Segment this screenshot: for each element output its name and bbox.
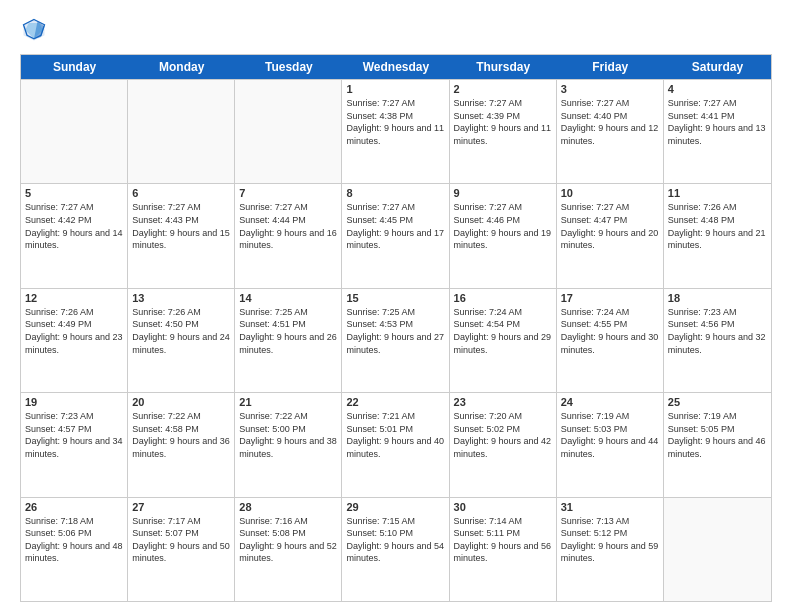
calendar-body: 1Sunrise: 7:27 AMSunset: 4:38 PMDaylight…: [21, 79, 771, 601]
calendar-cell: 7Sunrise: 7:27 AMSunset: 4:44 PMDaylight…: [235, 184, 342, 287]
day-number: 25: [668, 396, 767, 408]
day-number: 6: [132, 187, 230, 199]
day-number: 4: [668, 83, 767, 95]
calendar-cell: 4Sunrise: 7:27 AMSunset: 4:41 PMDaylight…: [664, 80, 771, 183]
cell-details: Sunrise: 7:25 AMSunset: 4:53 PMDaylight:…: [346, 306, 444, 356]
cell-details: Sunrise: 7:20 AMSunset: 5:02 PMDaylight:…: [454, 410, 552, 460]
calendar-cell: 27Sunrise: 7:17 AMSunset: 5:07 PMDayligh…: [128, 498, 235, 601]
weekday-header: Friday: [557, 55, 664, 79]
calendar-header: SundayMondayTuesdayWednesdayThursdayFrid…: [21, 55, 771, 79]
calendar-cell: 17Sunrise: 7:24 AMSunset: 4:55 PMDayligh…: [557, 289, 664, 392]
day-number: 13: [132, 292, 230, 304]
calendar-cell: 13Sunrise: 7:26 AMSunset: 4:50 PMDayligh…: [128, 289, 235, 392]
weekday-header: Sunday: [21, 55, 128, 79]
day-number: 15: [346, 292, 444, 304]
day-number: 23: [454, 396, 552, 408]
calendar-row: 19Sunrise: 7:23 AMSunset: 4:57 PMDayligh…: [21, 392, 771, 496]
cell-details: Sunrise: 7:22 AMSunset: 4:58 PMDaylight:…: [132, 410, 230, 460]
calendar-cell: 21Sunrise: 7:22 AMSunset: 5:00 PMDayligh…: [235, 393, 342, 496]
day-number: 8: [346, 187, 444, 199]
day-number: 26: [25, 501, 123, 513]
calendar: SundayMondayTuesdayWednesdayThursdayFrid…: [20, 54, 772, 602]
cell-details: Sunrise: 7:18 AMSunset: 5:06 PMDaylight:…: [25, 515, 123, 565]
calendar-cell: 31Sunrise: 7:13 AMSunset: 5:12 PMDayligh…: [557, 498, 664, 601]
calendar-cell: 24Sunrise: 7:19 AMSunset: 5:03 PMDayligh…: [557, 393, 664, 496]
day-number: 19: [25, 396, 123, 408]
weekday-header: Saturday: [664, 55, 771, 79]
day-number: 2: [454, 83, 552, 95]
cell-details: Sunrise: 7:13 AMSunset: 5:12 PMDaylight:…: [561, 515, 659, 565]
cell-details: Sunrise: 7:27 AMSunset: 4:39 PMDaylight:…: [454, 97, 552, 147]
cell-details: Sunrise: 7:26 AMSunset: 4:50 PMDaylight:…: [132, 306, 230, 356]
calendar-row: 5Sunrise: 7:27 AMSunset: 4:42 PMDaylight…: [21, 183, 771, 287]
calendar-cell: 26Sunrise: 7:18 AMSunset: 5:06 PMDayligh…: [21, 498, 128, 601]
calendar-cell: 20Sunrise: 7:22 AMSunset: 4:58 PMDayligh…: [128, 393, 235, 496]
calendar-cell: 14Sunrise: 7:25 AMSunset: 4:51 PMDayligh…: [235, 289, 342, 392]
calendar-row: 1Sunrise: 7:27 AMSunset: 4:38 PMDaylight…: [21, 79, 771, 183]
calendar-cell: [128, 80, 235, 183]
header: [20, 16, 772, 44]
calendar-cell: 18Sunrise: 7:23 AMSunset: 4:56 PMDayligh…: [664, 289, 771, 392]
calendar-cell: 28Sunrise: 7:16 AMSunset: 5:08 PMDayligh…: [235, 498, 342, 601]
cell-details: Sunrise: 7:21 AMSunset: 5:01 PMDaylight:…: [346, 410, 444, 460]
day-number: 5: [25, 187, 123, 199]
weekday-header: Monday: [128, 55, 235, 79]
day-number: 17: [561, 292, 659, 304]
cell-details: Sunrise: 7:26 AMSunset: 4:49 PMDaylight:…: [25, 306, 123, 356]
day-number: 24: [561, 396, 659, 408]
calendar-cell: [235, 80, 342, 183]
calendar-cell: [21, 80, 128, 183]
calendar-cell: 29Sunrise: 7:15 AMSunset: 5:10 PMDayligh…: [342, 498, 449, 601]
cell-details: Sunrise: 7:16 AMSunset: 5:08 PMDaylight:…: [239, 515, 337, 565]
cell-details: Sunrise: 7:14 AMSunset: 5:11 PMDaylight:…: [454, 515, 552, 565]
cell-details: Sunrise: 7:27 AMSunset: 4:43 PMDaylight:…: [132, 201, 230, 251]
logo: [20, 16, 52, 44]
calendar-row: 26Sunrise: 7:18 AMSunset: 5:06 PMDayligh…: [21, 497, 771, 601]
day-number: 12: [25, 292, 123, 304]
calendar-cell: 16Sunrise: 7:24 AMSunset: 4:54 PMDayligh…: [450, 289, 557, 392]
calendar-cell: 3Sunrise: 7:27 AMSunset: 4:40 PMDaylight…: [557, 80, 664, 183]
calendar-cell: [664, 498, 771, 601]
calendar-cell: 11Sunrise: 7:26 AMSunset: 4:48 PMDayligh…: [664, 184, 771, 287]
day-number: 9: [454, 187, 552, 199]
page: SundayMondayTuesdayWednesdayThursdayFrid…: [0, 0, 792, 612]
cell-details: Sunrise: 7:22 AMSunset: 5:00 PMDaylight:…: [239, 410, 337, 460]
weekday-header: Wednesday: [342, 55, 449, 79]
cell-details: Sunrise: 7:23 AMSunset: 4:56 PMDaylight:…: [668, 306, 767, 356]
calendar-cell: 19Sunrise: 7:23 AMSunset: 4:57 PMDayligh…: [21, 393, 128, 496]
day-number: 16: [454, 292, 552, 304]
cell-details: Sunrise: 7:19 AMSunset: 5:05 PMDaylight:…: [668, 410, 767, 460]
cell-details: Sunrise: 7:27 AMSunset: 4:41 PMDaylight:…: [668, 97, 767, 147]
calendar-cell: 8Sunrise: 7:27 AMSunset: 4:45 PMDaylight…: [342, 184, 449, 287]
calendar-cell: 5Sunrise: 7:27 AMSunset: 4:42 PMDaylight…: [21, 184, 128, 287]
day-number: 14: [239, 292, 337, 304]
cell-details: Sunrise: 7:23 AMSunset: 4:57 PMDaylight:…: [25, 410, 123, 460]
calendar-cell: 6Sunrise: 7:27 AMSunset: 4:43 PMDaylight…: [128, 184, 235, 287]
day-number: 7: [239, 187, 337, 199]
cell-details: Sunrise: 7:27 AMSunset: 4:46 PMDaylight:…: [454, 201, 552, 251]
cell-details: Sunrise: 7:24 AMSunset: 4:54 PMDaylight:…: [454, 306, 552, 356]
day-number: 11: [668, 187, 767, 199]
day-number: 29: [346, 501, 444, 513]
cell-details: Sunrise: 7:26 AMSunset: 4:48 PMDaylight:…: [668, 201, 767, 251]
cell-details: Sunrise: 7:15 AMSunset: 5:10 PMDaylight:…: [346, 515, 444, 565]
calendar-row: 12Sunrise: 7:26 AMSunset: 4:49 PMDayligh…: [21, 288, 771, 392]
day-number: 31: [561, 501, 659, 513]
day-number: 27: [132, 501, 230, 513]
day-number: 10: [561, 187, 659, 199]
weekday-header: Tuesday: [235, 55, 342, 79]
cell-details: Sunrise: 7:27 AMSunset: 4:42 PMDaylight:…: [25, 201, 123, 251]
calendar-cell: 23Sunrise: 7:20 AMSunset: 5:02 PMDayligh…: [450, 393, 557, 496]
calendar-cell: 15Sunrise: 7:25 AMSunset: 4:53 PMDayligh…: [342, 289, 449, 392]
day-number: 30: [454, 501, 552, 513]
day-number: 18: [668, 292, 767, 304]
weekday-header: Thursday: [450, 55, 557, 79]
calendar-cell: 1Sunrise: 7:27 AMSunset: 4:38 PMDaylight…: [342, 80, 449, 183]
calendar-cell: 12Sunrise: 7:26 AMSunset: 4:49 PMDayligh…: [21, 289, 128, 392]
calendar-cell: 10Sunrise: 7:27 AMSunset: 4:47 PMDayligh…: [557, 184, 664, 287]
cell-details: Sunrise: 7:17 AMSunset: 5:07 PMDaylight:…: [132, 515, 230, 565]
logo-icon: [20, 16, 48, 44]
cell-details: Sunrise: 7:25 AMSunset: 4:51 PMDaylight:…: [239, 306, 337, 356]
day-number: 3: [561, 83, 659, 95]
day-number: 21: [239, 396, 337, 408]
